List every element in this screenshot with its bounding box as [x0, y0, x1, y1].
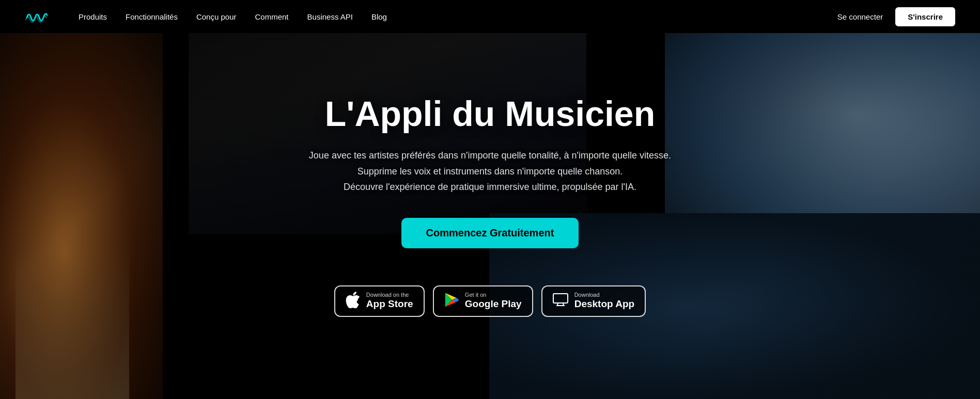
nav-actions: Se connecter S'inscrire: [837, 7, 955, 26]
hero-subtitle-line2: Supprime les voix et instruments dans n'…: [357, 166, 623, 177]
nav-produits-link[interactable]: Produits: [79, 12, 107, 21]
register-button[interactable]: S'inscrire: [895, 7, 955, 26]
hero-title: L'Appli du Musicien: [309, 94, 671, 133]
nav-fonctionnalites-link[interactable]: Fonctionnalités: [126, 12, 178, 21]
desktop-small-text: Download: [574, 292, 600, 298]
signin-link[interactable]: Se connecter: [837, 12, 883, 21]
googleplay-small-text: Get it on: [465, 292, 487, 298]
navbar: Produits Fonctionnalités Conçu pour Comm…: [0, 0, 980, 33]
appstore-small-text: Download on the: [366, 292, 409, 298]
desktop-text: Download Desktop App: [574, 292, 634, 310]
hero-subtitle-line1: Joue avec tes artistes préférés dans n'i…: [309, 150, 671, 161]
appstore-button[interactable]: Download on the App Store: [334, 285, 425, 317]
nav-links: Produits Fonctionnalités Conçu pour Comm…: [79, 12, 837, 21]
logo[interactable]: [25, 7, 48, 26]
nav-business-api-link[interactable]: Business API: [307, 12, 353, 21]
svg-rect-0: [553, 294, 568, 303]
hero-content: L'Appli du Musicien Joue avec tes artist…: [299, 94, 681, 317]
google-play-icon: [444, 293, 459, 310]
desktop-icon: [553, 293, 568, 309]
cta-button[interactable]: Commencez Gratuitement: [401, 218, 579, 248]
hero-subtitle-line3: Découvre l'expérience de pratique immers…: [344, 182, 636, 192]
googleplay-large-text: Google Play: [465, 298, 522, 310]
desktop-large-text: Desktop App: [574, 298, 634, 310]
hero-subtitle: Joue avec tes artistes préférés dans n'i…: [309, 148, 671, 195]
desktop-button[interactable]: Download Desktop App: [541, 285, 646, 317]
appstore-text: Download on the App Store: [366, 292, 413, 310]
appstore-large-text: App Store: [366, 298, 413, 310]
apple-icon: [346, 292, 360, 311]
googleplay-button[interactable]: Get it on Google Play: [433, 285, 533, 317]
nav-concu-pour-link[interactable]: Conçu pour: [196, 12, 237, 21]
store-buttons: Download on the App Store Get it on Go: [309, 285, 671, 317]
googleplay-text: Get it on Google Play: [465, 292, 522, 310]
nav-comment-link[interactable]: Comment: [255, 12, 289, 21]
nav-blog-link[interactable]: Blog: [371, 12, 387, 21]
hero-section: L'Appli du Musicien Joue avec tes artist…: [0, 33, 980, 399]
